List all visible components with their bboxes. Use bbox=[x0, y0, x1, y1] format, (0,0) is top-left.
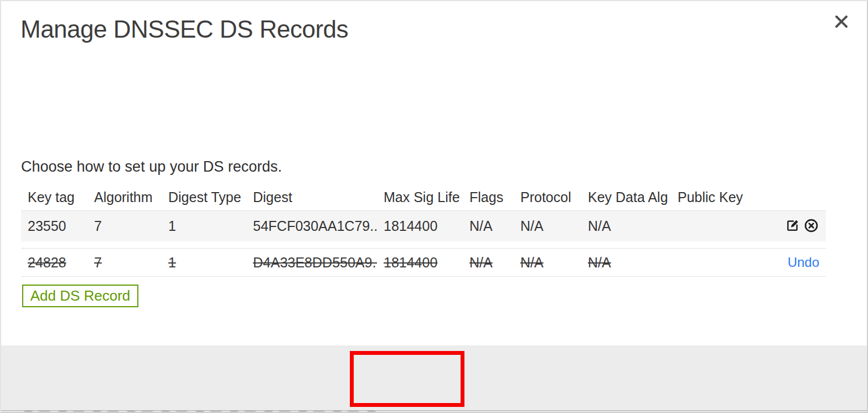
row-gap bbox=[21, 241, 826, 248]
close-icon bbox=[834, 23, 849, 31]
cell-digest: 54FCF030AA1C79... bbox=[246, 218, 377, 234]
cell-digest: D4A33E8DD550A9... bbox=[246, 255, 377, 271]
col-header-digest-type: Digest Type bbox=[162, 189, 246, 205]
table-row-deleted: 24828 7 1 D4A33E8DD550A9... 1814400 N/A … bbox=[21, 248, 826, 277]
delete-record-button[interactable] bbox=[803, 218, 819, 235]
table-header-row: Key tag Algorithm Digest Type Digest Max… bbox=[21, 184, 826, 210]
cell-protocol: N/A bbox=[514, 218, 581, 234]
cell-protocol: N/A bbox=[514, 255, 581, 271]
table-row-active: 23550 7 1 54FCF030AA1C79... 1814400 N/A … bbox=[21, 210, 826, 241]
cell-actions: Undo bbox=[760, 255, 826, 270]
col-header-protocol: Protocol bbox=[514, 189, 581, 205]
cell-key-data-alg: N/A bbox=[581, 255, 671, 271]
edit-record-button[interactable] bbox=[784, 218, 801, 235]
col-header-digest: Digest bbox=[246, 189, 377, 205]
cell-key-tag: 23550 bbox=[21, 218, 87, 234]
col-header-key-data-alg: Key Data Alg bbox=[581, 189, 671, 205]
cell-flags: N/A bbox=[463, 218, 514, 234]
page-title: Manage DNSSEC DS Records bbox=[20, 16, 348, 43]
col-header-key-tag: Key tag bbox=[21, 189, 87, 205]
add-ds-record-button[interactable]: Add DS Record bbox=[22, 285, 138, 307]
col-header-max-sig-life: Max Sig Life bbox=[377, 189, 463, 205]
col-header-flags: Flags bbox=[463, 189, 514, 205]
cell-max-sig-life: 1814400 bbox=[377, 255, 463, 271]
col-header-public-key: Public Key bbox=[671, 189, 760, 205]
cell-algorithm: 7 bbox=[87, 218, 162, 234]
col-header-algorithm: Algorithm bbox=[87, 189, 162, 205]
ds-records-table: Key tag Algorithm Digest Type Digest Max… bbox=[21, 184, 826, 277]
footer-bar: Save Cancel bbox=[1, 345, 868, 410]
redacted-domain-name bbox=[22, 125, 216, 144]
cell-algorithm: 7 bbox=[87, 255, 162, 271]
cell-digest-type: 1 bbox=[162, 218, 246, 234]
background-page-sliver bbox=[1, 410, 868, 413]
cell-flags: N/A bbox=[463, 255, 514, 271]
cell-digest-type: 1 bbox=[162, 255, 246, 271]
edit-pencil-icon bbox=[786, 218, 800, 234]
intro-text: Choose how to set up your DS records. bbox=[21, 158, 282, 175]
close-button[interactable] bbox=[830, 11, 852, 33]
delete-circle-x-icon bbox=[804, 218, 819, 235]
cell-max-sig-life: 1814400 bbox=[377, 218, 463, 234]
cell-actions bbox=[760, 218, 826, 235]
cell-key-data-alg: N/A bbox=[581, 218, 671, 234]
manage-dnssec-modal: Manage DNSSEC DS Records Choose how to s… bbox=[0, 0, 868, 413]
undo-delete-link[interactable]: Undo bbox=[788, 255, 819, 270]
cell-key-tag: 24828 bbox=[21, 255, 87, 271]
